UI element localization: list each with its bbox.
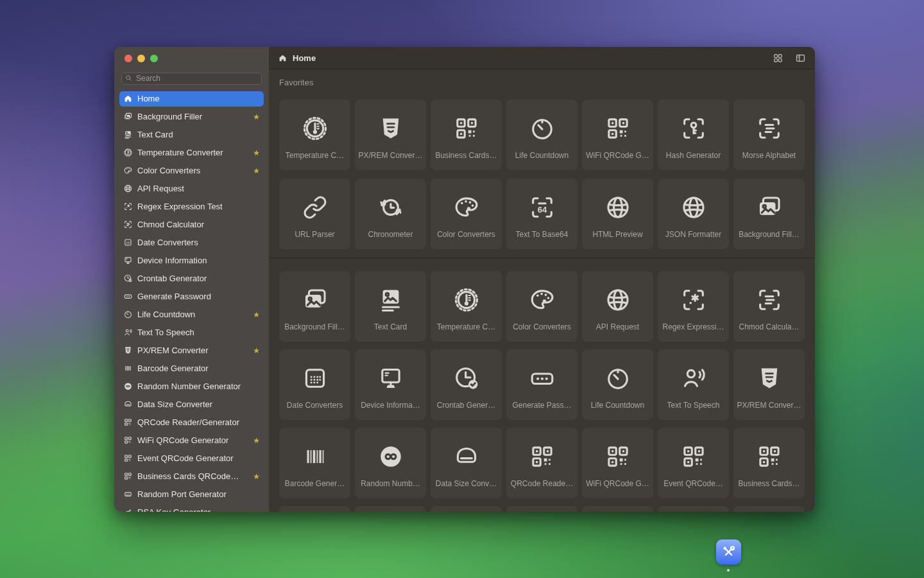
house-icon [123,94,133,103]
favorite-star-icon: ★ [253,149,260,157]
tool-tile-html-preview[interactable]: HTML Preview [582,179,653,249]
monitor-icon [123,256,133,265]
tool-tile-event-qrcode[interactable]: Event QRCode… [658,428,729,498]
sidebar-item-business-cards-qrcode[interactable]: Business Cards QRCode…★ [119,469,264,484]
tool-tile-hash-generator[interactable]: Hash Generator [658,100,729,170]
tool-tile-regex-expressi[interactable]: Regex Expressi… [658,271,729,342]
dock-running-indicator [727,569,730,572]
tool-tile-partial[interactable] [355,506,426,512]
minimize-button[interactable] [137,55,145,62]
toggle-panel-icon[interactable] [795,53,806,64]
tool-tile-text-card[interactable]: Text Card [355,271,426,342]
sidebar-item-event-qrcode-generator[interactable]: Event QRCode Generator [119,451,264,466]
sidebar-item-chmod-calculator[interactable]: Chmod Calculator [119,217,264,232]
tool-tile-px-rem-conver[interactable]: PX/REM Conver… [733,349,805,420]
tool-tile-wifi-qrcode-g[interactable]: WiFi QRCode G… [582,428,653,498]
sidebar-item-label: Random Port Generator [137,489,227,499]
tool-tile-text-to-base64[interactable]: 64Text To Base64 [506,179,578,249]
tool-tile-partial[interactable] [733,506,805,512]
sidebar-item-text-card[interactable]: Text Card [119,127,264,143]
tool-tile-color-converters[interactable]: Color Converters [506,271,578,342]
speech-icon [680,364,708,392]
tool-tile-background-fill[interactable]: Background Fill… [733,179,805,249]
sidebar-item-home[interactable]: Home [119,91,264,107]
thermo-gear-icon [452,286,481,314]
palette-icon [452,193,481,222]
sidebar-item-color-converters[interactable]: Color Converters★ [119,163,264,179]
tool-tile-life-countdown[interactable]: Life Countdown [582,349,653,420]
tool-tile-background-fill[interactable]: Background Fill… [279,271,350,342]
tool-tile-temperature-c[interactable]: Temperature C… [279,100,350,170]
sidebar-item-generate-password[interactable]: Generate Password [119,289,264,304]
sidebar-item-label: WiFi QRCode Generator [137,435,228,445]
tool-tile-random-numb[interactable]: Random Numb… [355,428,426,498]
sidebar-item-data-size-converter[interactable]: Data Size Converter [119,397,264,412]
sidebar-item-device-information[interactable]: Device Information [119,253,264,268]
timer-icon [604,364,632,392]
sidebar-item-qrcode-reader-generator[interactable]: QRCode Reader/Generator [119,415,264,430]
sidebar-item-random-number-generator[interactable]: Random Number Generator [119,379,264,394]
sidebar-item-regex-expression-test[interactable]: Regex Expression Test [119,199,264,215]
drive-icon [452,442,481,471]
tool-tile-business-cards[interactable]: Business Cards… [733,428,805,498]
tool-tile-generate-pass[interactable]: Generate Pass… [506,349,578,420]
tool-tile-px-rem-conver[interactable]: PX/REM Conver… [355,100,426,170]
speech-icon [123,328,133,337]
sidebar-item-wifi-qrcode-generator[interactable]: WiFi QRCode Generator★ [119,433,264,448]
tool-tile-crontab-gener[interactable]: Crontab Gener… [431,349,502,420]
tool-tile-device-informa[interactable]: Device Informa… [355,349,426,420]
tool-tile-life-countdown[interactable]: Life Countdown [506,100,578,170]
tool-tile-business-cards[interactable]: Business Cards… [431,100,502,170]
tool-tile-partial[interactable] [506,506,578,512]
tools-app-icon[interactable] [716,539,741,565]
tool-tile-color-converters[interactable]: Color Converters [431,179,502,249]
sidebar-item-life-countdown[interactable]: Life Countdown★ [119,307,264,322]
tool-tile-qrcode-reade[interactable]: QRCode Reade… [506,428,578,498]
sidebar-item-text-to-speech[interactable]: Text To Speech [119,325,264,340]
close-button[interactable] [124,55,132,62]
sidebar-item-date-converters[interactable]: Date Converters [119,235,264,250]
tool-tile-chmod-calcula[interactable]: Chmod Calcula… [733,271,805,342]
sidebar-item-api-request[interactable]: API Request [119,181,264,197]
tool-tile-partial[interactable] [658,506,729,512]
tile-label: Regex Expressi… [662,322,724,331]
sidebar-item-px-rem-converter[interactable]: PX/REM Converter★ [119,343,264,358]
sidebar-item-label: Crontab Generator [137,274,207,283]
tool-tile-partial[interactable] [431,506,502,512]
sidebar-item-label: Chmod Calculator [137,220,204,229]
tool-tile-api-request[interactable]: API Request [582,271,653,342]
tile-label: Chmod Calcula… [739,322,799,331]
sidebar-item-label: Temperature Converter [137,148,223,157]
tool-tile-wifi-qrcode-g[interactable]: WiFi QRCode G… [582,100,653,170]
tile-label: Temperature C… [437,322,495,331]
search-input[interactable] [121,73,262,85]
tool-tile-chronometer[interactable]: Chronometer [355,179,426,249]
lines-brackets-icon [123,220,133,229]
tool-tile-barcode-gener[interactable]: Barcode Gener… [279,428,350,498]
tool-tile-json-formatter[interactable]: JSON Formatter [658,179,729,249]
sidebar-item-crontab-generator[interactable]: Crontab Generator [119,271,264,286]
timer-icon [528,114,556,143]
tile-label: Life Countdown [591,401,644,410]
tool-tile-text-to-speech[interactable]: Text To Speech [658,349,729,420]
tile-label: Event QRCode… [663,479,723,488]
grid-view-icon[interactable] [773,53,783,64]
link-icon [301,193,329,222]
tile-label: Hash Generator [666,151,721,160]
tool-tile-temperature-c[interactable]: Temperature C… [431,271,502,342]
sidebar-item-random-port-generator[interactable]: Random Port Generator [119,487,264,502]
tool-tile-url-parser[interactable]: URL Parser [279,179,350,249]
tool-tile-data-size-conv[interactable]: Data Size Conv… [431,428,502,498]
sidebar-item-barcode-generator[interactable]: Barcode Generator [119,361,264,376]
sidebar-item-background-filler[interactable]: Background Filler★ [119,109,264,125]
tool-tile-partial[interactable] [582,506,653,512]
tile-label: Crontab Gener… [437,401,495,410]
app-window: HomeBackground Filler★Text CardTemperatu… [114,47,815,512]
tile-label: Business Cards… [435,151,497,160]
sidebar-item-rsa-key-generator[interactable]: RSA Key Generator [119,505,264,512]
sidebar-item-temperature-converter[interactable]: Temperature Converter★ [119,145,264,161]
tool-tile-morse-alphabet[interactable]: Morse Alphabet [733,100,805,170]
tool-tile-date-converters[interactable]: Date Converters [279,349,350,420]
zoom-button[interactable] [150,55,158,62]
tool-tile-partial[interactable] [279,506,350,512]
